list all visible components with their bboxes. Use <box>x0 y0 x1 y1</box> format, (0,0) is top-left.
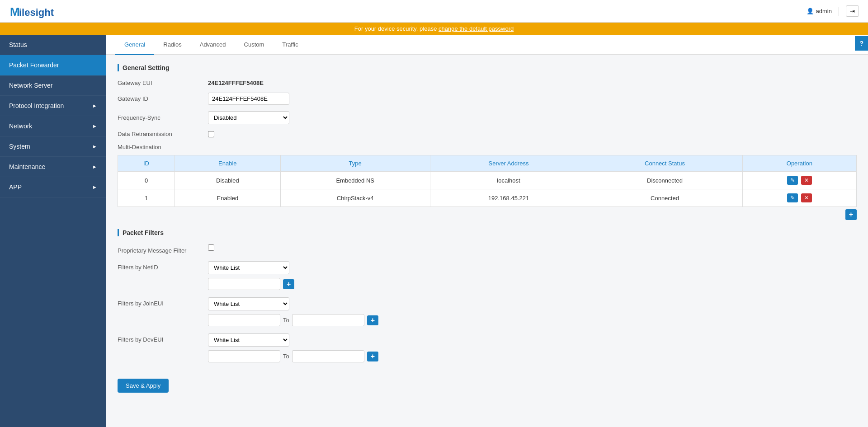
sidebar-item-app[interactable]: APP ► <box>0 177 106 197</box>
col-enable: Enable <box>175 155 281 172</box>
row0-status: Disconnected <box>587 172 742 189</box>
row0-type: Embedded NS <box>280 172 430 189</box>
data-retransmission-row: Data Retransmission <box>118 131 857 137</box>
tab-advanced[interactable]: Advanced <box>191 35 235 55</box>
table-row: 1 Enabled ChirpStack-v4 192.168.45.221 C… <box>118 189 857 207</box>
deveui-to-input[interactable] <box>292 350 364 362</box>
arrow-icon-protocol: ► <box>92 103 97 108</box>
logo: M ilesight <box>9 3 68 19</box>
netid-select[interactable]: White List Black List <box>208 261 289 274</box>
user-icon: 👤 <box>807 8 814 14</box>
frequency-sync-row: Frequency-Sync Disabled Enabled <box>118 111 857 124</box>
gateway-eui-label: Gateway EUI <box>118 80 208 86</box>
gateway-id-input[interactable] <box>208 93 289 105</box>
joineui-from-input[interactable] <box>208 314 280 326</box>
sidebar-label-system: System <box>9 143 30 150</box>
gateway-eui-row: Gateway EUI 24E124FFFEF5408E <box>118 80 857 86</box>
table-header-row: ID Enable Type Server Address Connect St… <box>118 155 857 172</box>
tab-custom[interactable]: Custom <box>235 35 274 55</box>
multi-destination-label: Multi-Destination <box>118 144 161 150</box>
row1-status: Connected <box>587 189 742 207</box>
col-connect-status: Connect Status <box>587 155 742 172</box>
sidebar-item-packet-forwarder[interactable]: Packet Forwarder <box>0 55 106 75</box>
tab-radios[interactable]: Radios <box>154 35 190 55</box>
banner-text: For your device security, please <box>354 25 439 32</box>
data-retransmission-label: Data Retransmission <box>118 131 208 137</box>
deveui-input-row: To + <box>208 350 378 362</box>
gateway-id-row: Gateway ID <box>118 93 857 105</box>
logo-svg: M ilesight <box>9 3 68 19</box>
change-password-link[interactable]: change the default password <box>439 25 514 32</box>
joineui-controls: White List Black List To + <box>208 297 378 326</box>
security-banner: For your device security, please change … <box>0 23 868 35</box>
admin-label: admin <box>816 8 832 14</box>
col-operation: Operation <box>742 155 856 172</box>
joineui-add-button[interactable]: + <box>367 315 378 325</box>
row0-enable: Disabled <box>175 172 281 189</box>
add-destination-button[interactable]: + <box>845 209 857 220</box>
joineui-to-input[interactable] <box>292 314 364 326</box>
joineui-filter-row: Filters by JoinEUI White List Black List… <box>118 297 857 326</box>
netid-label: Filters by NetID <box>118 261 208 271</box>
table-row: 0 Disabled Embedded NS localhost Disconn… <box>118 172 857 189</box>
data-retransmission-checkbox[interactable] <box>208 131 214 137</box>
row0-edit-button[interactable]: ✎ <box>787 176 798 185</box>
row1-delete-button[interactable]: ✕ <box>801 193 812 202</box>
save-apply-button[interactable]: Save & Apply <box>118 379 169 393</box>
multi-destination-table: ID Enable Type Server Address Connect St… <box>118 155 857 207</box>
row1-ops: ✎ ✕ <box>742 189 856 207</box>
col-id: ID <box>118 155 175 172</box>
netid-input[interactable] <box>208 278 280 290</box>
sidebar-label-app: APP <box>9 183 22 191</box>
col-type: Type <box>280 155 430 172</box>
joineui-label: Filters by JoinEUI <box>118 297 208 307</box>
deveui-label: Filters by DevEUI <box>118 333 208 343</box>
deveui-from-input[interactable] <box>208 350 280 362</box>
netid-filter-row: Filters by NetID White List Black List + <box>118 261 857 290</box>
sidebar-item-maintenance[interactable]: Maintenance ► <box>0 157 106 177</box>
joineui-select[interactable]: White List Black List <box>208 297 289 310</box>
multi-destination-table-section: ID Enable Type Server Address Connect St… <box>118 155 857 220</box>
row0-delete-button[interactable]: ✕ <box>801 176 812 185</box>
content-area: General Setting Gateway EUI 24E124FFFEF5… <box>106 55 868 402</box>
frequency-sync-select[interactable]: Disabled Enabled <box>208 111 289 124</box>
netid-input-row: + <box>208 278 294 290</box>
topbar-right: 👤 admin ⇥ <box>807 5 859 17</box>
joineui-input-row: To + <box>208 314 378 326</box>
help-button[interactable]: ? <box>855 36 868 51</box>
row1-id: 1 <box>118 189 175 207</box>
proprietary-checkbox-container <box>208 244 214 252</box>
logout-icon: ⇥ <box>850 8 855 14</box>
deveui-to-label: To <box>283 353 289 360</box>
tabs-bar: General Radios Advanced Custom Traffic <box>106 35 868 55</box>
sidebar-item-network-server[interactable]: Network Server <box>0 75 106 96</box>
svg-text:ilesight: ilesight <box>19 7 54 18</box>
sidebar-label-status: Status <box>9 41 27 48</box>
sidebar-item-network[interactable]: Network ► <box>0 116 106 136</box>
sidebar-label-network-server: Network Server <box>9 82 52 89</box>
netid-add-button[interactable]: + <box>283 279 294 289</box>
tab-traffic[interactable]: Traffic <box>273 35 307 55</box>
netid-controls: White List Black List + <box>208 261 294 290</box>
logout-button[interactable]: ⇥ <box>846 5 859 17</box>
deveui-select[interactable]: White List Black List <box>208 333 289 347</box>
arrow-icon-network: ► <box>92 123 97 129</box>
tab-general[interactable]: General <box>115 35 154 55</box>
row1-server: 192.168.45.221 <box>430 189 587 207</box>
frequency-sync-label: Frequency-Sync <box>118 114 208 121</box>
sidebar-item-protocol-integration[interactable]: Protocol Integration ► <box>0 96 106 116</box>
packet-filters-section: Packet Filters Proprietary Message Filte… <box>118 229 857 393</box>
row1-enable: Enabled <box>175 189 281 207</box>
layout: Status Packet Forwarder Network Server P… <box>0 35 868 427</box>
arrow-icon-maintenance: ► <box>92 164 97 169</box>
sidebar-item-status[interactable]: Status <box>0 35 106 55</box>
row1-edit-button[interactable]: ✎ <box>787 193 798 202</box>
arrow-icon-app: ► <box>92 184 97 190</box>
sidebar-item-system[interactable]: System ► <box>0 136 106 157</box>
svg-text:M: M <box>10 5 20 19</box>
proprietary-checkbox[interactable] <box>208 244 214 251</box>
sidebar-label-protocol-integration: Protocol Integration <box>9 102 64 109</box>
col-server-address: Server Address <box>430 155 587 172</box>
deveui-add-button[interactable]: + <box>367 352 378 361</box>
general-setting-title: General Setting <box>118 64 857 71</box>
